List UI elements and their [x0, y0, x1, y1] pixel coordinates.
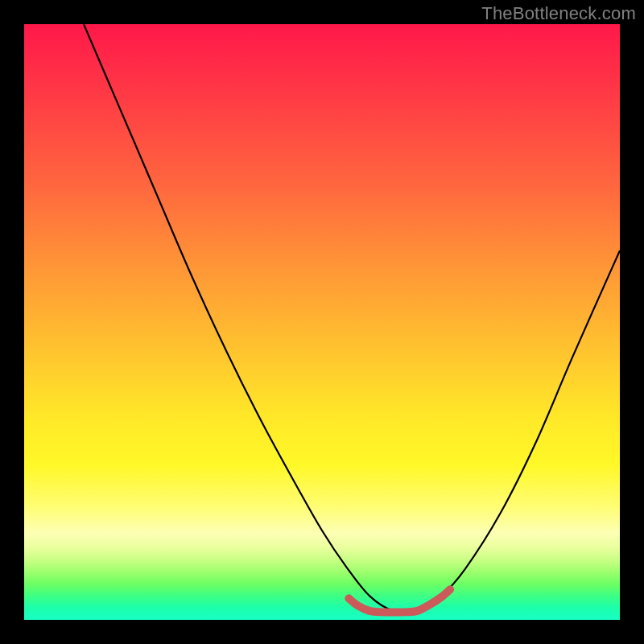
curve-svg [24, 24, 620, 620]
chart-frame: TheBottleneck.com [0, 0, 644, 644]
main-curve [84, 24, 620, 613]
plot-area [24, 24, 620, 620]
watermark-label: TheBottleneck.com [481, 3, 636, 24]
highlight-segment [349, 589, 450, 612]
